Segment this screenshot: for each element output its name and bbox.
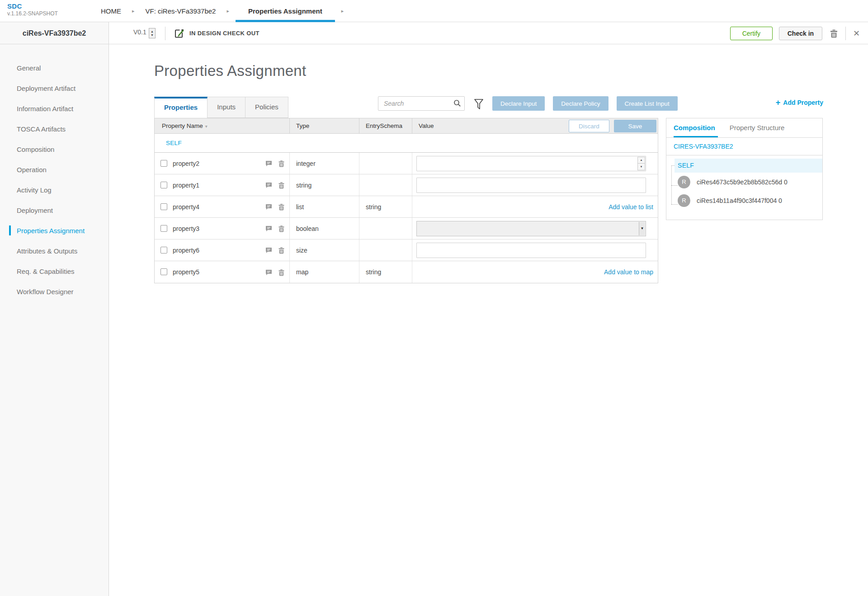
panel-tabs: CompositionProperty Structure <box>666 118 822 138</box>
logo-version: v.1.16.2-SNAPSHOT <box>7 10 58 17</box>
trash-icon <box>830 28 838 38</box>
table-row: property1string <box>155 174 658 196</box>
save-button[interactable]: Save <box>614 120 656 132</box>
sidebar-item-deployment[interactable]: Deployment <box>0 200 108 221</box>
tree-item-self[interactable]: SELF <box>675 159 822 173</box>
sidebar: ciRes-VFa3937be2 GeneralDeployment Artif… <box>0 22 109 596</box>
table-row: property4liststringAdd value to list <box>155 196 658 218</box>
panel-tab-composition[interactable]: Composition <box>666 118 722 137</box>
row-actions <box>264 153 286 174</box>
page-title: Properties Assignment <box>154 62 306 80</box>
delete-property-icon[interactable] <box>277 224 286 233</box>
component-name-link[interactable]: CIRES-VFA3937BE2 <box>666 138 822 155</box>
version-selector[interactable]: ▲ ▼ <box>149 28 156 38</box>
delete-property-icon[interactable] <box>277 180 286 190</box>
certify-button[interactable]: Certify <box>730 27 773 40</box>
tab-inputs[interactable]: Inputs <box>208 97 245 118</box>
property-name-cell: property3 <box>155 218 290 239</box>
filter-button[interactable] <box>473 98 485 111</box>
sdc-logo: SDC v.1.16.2-SNAPSHOT <box>7 2 58 17</box>
sidebar-item-general[interactable]: General <box>0 58 108 78</box>
panel-tab-property-structure[interactable]: Property Structure <box>722 118 792 137</box>
entry-schema-cell <box>359 174 412 196</box>
row-checkbox[interactable] <box>160 247 167 253</box>
sidebar-item-attributes-outputs[interactable]: Attributes & Outputs <box>0 241 108 261</box>
tree-item-resource[interactable]: RciRes4673c5b9e2b8b582c56d 0 <box>678 173 822 191</box>
logo-title: SDC <box>7 2 58 10</box>
create-list-input-button[interactable]: Create List Input <box>617 96 678 111</box>
spin-down-icon: ▼ <box>151 33 154 37</box>
row-checkbox[interactable] <box>160 225 167 232</box>
sidebar-item-properties-assignment[interactable]: Properties Assignment <box>0 221 108 241</box>
check-in-button[interactable]: Check in <box>779 27 822 40</box>
tree-connector <box>671 165 672 204</box>
row-actions <box>264 261 286 283</box>
row-checkbox[interactable] <box>160 182 167 188</box>
add-value-link[interactable]: Add value to list <box>609 203 653 211</box>
composition-tree: SELF RciRes4673c5b9e2b8b582c56d 0RciRes1… <box>666 155 822 220</box>
comment-icon[interactable] <box>264 202 273 211</box>
sub-header: V0.1 ▲ ▼ IN DESIGN CHECK OUT Certify Che… <box>109 22 868 44</box>
row-actions <box>264 174 286 196</box>
add-value-link[interactable]: Add value to map <box>604 268 653 276</box>
breadcrumb-item[interactable]: VF: ciRes-VFa3937be2 <box>141 0 221 22</box>
sidebar-item-information-artifact[interactable]: Information Artifact <box>0 99 108 119</box>
row-checkbox[interactable] <box>160 203 167 210</box>
tree-item-resource[interactable]: RciRes14b11a4f90c3f447f004 0 <box>678 191 822 210</box>
sidebar-item-deployment-artifact[interactable]: Deployment Artifact <box>0 78 108 99</box>
property-type-cell: boolean <box>290 218 359 239</box>
spin-up-icon: ▲ <box>637 157 645 164</box>
search-icon <box>453 99 461 107</box>
comment-icon[interactable] <box>264 181 273 189</box>
search-box <box>378 96 465 111</box>
table-row: property6size <box>155 239 658 261</box>
breadcrumb: HOME▸VF: ciRes-VFa3937be2▸Properties Ass… <box>96 0 350 22</box>
discard-button[interactable]: Discard <box>569 120 609 132</box>
property-name-cell: property6 <box>155 239 290 261</box>
value-number-input[interactable] <box>416 156 646 171</box>
column-header-property-name[interactable]: Property Name▾ <box>155 118 290 133</box>
entry-schema-cell <box>359 153 412 174</box>
value-input[interactable] <box>416 243 646 258</box>
component-title: ciRes-VFa3937be2 <box>0 22 108 44</box>
property-type-cell: map <box>290 261 359 283</box>
declare-input-button[interactable]: Declare Input <box>492 96 545 111</box>
plus-icon: + <box>776 99 781 106</box>
delete-property-icon[interactable] <box>277 202 286 211</box>
divider <box>165 27 165 40</box>
search-input[interactable] <box>378 96 465 111</box>
row-checkbox[interactable] <box>160 268 167 275</box>
spin-up-icon: ▲ <box>151 30 154 33</box>
comment-icon[interactable] <box>264 224 273 233</box>
sidebar-item-activity-log[interactable]: Activity Log <box>0 180 108 200</box>
value-select[interactable]: ▼ <box>416 221 646 236</box>
property-name-cell: property1 <box>155 174 290 196</box>
number-spinner[interactable]: ▲▼ <box>637 157 645 170</box>
resource-label: ciRes14b11a4f90c3f447f004 0 <box>697 197 782 204</box>
value-input[interactable] <box>416 178 646 193</box>
breadcrumb-item[interactable]: HOME <box>96 0 126 22</box>
tree-connector <box>671 165 675 166</box>
comment-icon[interactable] <box>264 268 273 277</box>
tab-properties[interactable]: Properties <box>154 97 208 118</box>
sidebar-item-workflow-designer[interactable]: Workflow Designer <box>0 282 108 302</box>
delete-button[interactable] <box>829 28 839 39</box>
declare-policy-button[interactable]: Declare Policy <box>553 96 608 111</box>
add-property-button[interactable]: + Add Property <box>776 99 823 106</box>
delete-property-icon[interactable] <box>277 245 286 255</box>
select-arrow-icon: ▼ <box>639 222 645 235</box>
sidebar-item-composition[interactable]: Composition <box>0 139 108 160</box>
sidebar-item-req-capabilities[interactable]: Req. & Capabilities <box>0 261 108 282</box>
sidebar-item-tosca-artifacts[interactable]: TOSCA Artifacts <box>0 119 108 139</box>
comment-icon[interactable] <box>264 159 273 168</box>
sidebar-item-operation[interactable]: Operation <box>0 160 108 180</box>
breadcrumb-item[interactable]: Properties Assignment <box>236 0 335 22</box>
row-actions <box>264 239 286 261</box>
delete-property-icon[interactable] <box>277 267 286 277</box>
delete-property-icon[interactable] <box>277 159 286 168</box>
tab-policies[interactable]: Policies <box>245 97 288 118</box>
close-button[interactable]: ✕ <box>852 33 861 34</box>
row-checkbox[interactable] <box>160 160 167 167</box>
comment-icon[interactable] <box>264 246 273 254</box>
property-type-cell: string <box>290 174 359 196</box>
